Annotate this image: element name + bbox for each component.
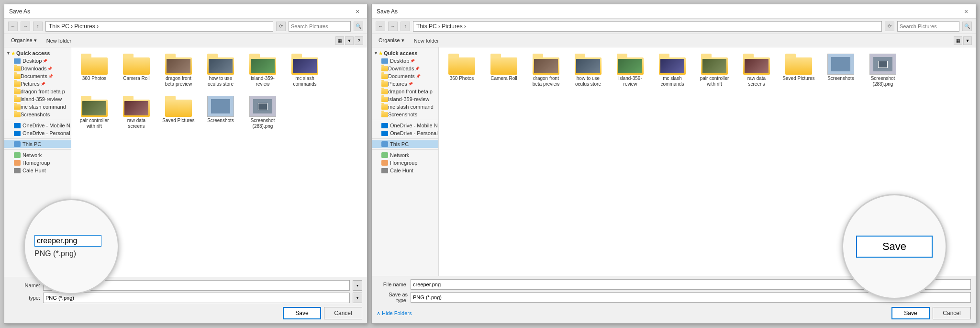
left-sidebar-homegroup[interactable]: Homegroup [4, 159, 71, 167]
left-sidebar-onedrive-mobile[interactable]: OneDrive - Mobile N... [4, 122, 71, 129]
right-sidebar-mc[interactable]: mc slash command [372, 103, 438, 111]
right-back-button[interactable]: ← [376, 22, 385, 31]
left-sidebar-screenshots[interactable]: Screenshots [4, 111, 71, 118]
right-thispc-icon [381, 141, 388, 147]
left-search-button[interactable]: 🔍 [354, 22, 363, 31]
left-file-screenshot283[interactable]: Screenshot (283).png [244, 93, 282, 132]
right-sidebar-pictures[interactable]: Pictures 📌 [372, 80, 438, 88]
left-sidebar-calehunt[interactable]: Cale Hunt [4, 167, 71, 174]
right-up-button[interactable]: ↑ [401, 22, 410, 31]
right-magnify-save-button[interactable]: Save [856, 236, 933, 258]
left-cancel-button[interactable]: Cancel [324, 307, 362, 319]
right-file-screenshot283[interactable]: Screenshot (283).png [864, 51, 902, 90]
right-sidebar-island[interactable]: island-359-review [372, 95, 438, 103]
right-file-savedpictures[interactable]: Saved Pictures [780, 51, 818, 90]
left-file-savedpictures[interactable]: Saved Pictures [159, 93, 198, 132]
left-filetype-input[interactable] [43, 293, 350, 303]
left-new-folder-button[interactable]: New folder [44, 37, 75, 45]
left-quick-access-header[interactable]: ▾ ★ Quick access [4, 49, 71, 57]
right-file-360photos-label: 360 Photos [450, 76, 474, 81]
left-file-dragonfront[interactable]: dragon front beta preview [159, 51, 198, 90]
left-magnify-filename-input[interactable] [34, 235, 101, 247]
right-file-cameraroll[interactable]: Camera Roll [485, 51, 523, 90]
left-up-button[interactable]: ↑ [33, 22, 43, 31]
right-file-island-label: island-359-review [613, 76, 647, 87]
left-sidebar-mc[interactable]: mc slash command [4, 103, 71, 111]
right-new-folder-button[interactable]: New folder [411, 37, 442, 45]
right-sidebar-onedrive-personal[interactable]: OneDrive - Personal [372, 129, 438, 137]
left-sidebar-desktop[interactable]: Desktop 📌 [4, 57, 71, 65]
right-downloads-pin: 📌 [415, 67, 420, 71]
right-refresh-button[interactable]: ⟳ [885, 22, 894, 31]
right-sidebar-dragon[interactable]: dragon front beta p [372, 88, 438, 95]
left-sidebar-pictures[interactable]: Pictures 📌 [4, 80, 71, 88]
right-file-pair[interactable]: pair controller with rift [695, 51, 734, 90]
right-search-input[interactable] [897, 21, 959, 32]
left-search-input[interactable] [289, 21, 351, 32]
left-sidebar-onedrive-personal[interactable]: OneDrive - Personal [4, 129, 71, 137]
right-documents-label: Documents [388, 73, 415, 79]
left-downloads-pin: 📌 [47, 67, 52, 71]
left-magnify-filename-container [34, 235, 101, 247]
left-view-icon-2[interactable]: ▼ [345, 36, 354, 45]
right-file-screenshots[interactable]: Screenshots [822, 51, 860, 90]
left-file-360photos[interactable]: 360 Photos [75, 51, 113, 90]
right-sidebar: ▾ ★ Quick access Desktop 📌 Downloads 📌 D… [372, 47, 439, 276]
left-sidebar-dragon[interactable]: dragon front beta p [4, 88, 71, 95]
right-sidebar-onedrive-mobile[interactable]: OneDrive - Mobile N... [372, 122, 438, 129]
right-network-label: Network [390, 152, 409, 158]
right-sidebar-screenshots[interactable]: Screenshots [372, 111, 438, 118]
right-file-360photos[interactable]: 360 Photos [443, 51, 481, 90]
right-cancel-button[interactable]: Cancel [933, 307, 971, 319]
right-view-icon-1[interactable]: ▦ [954, 36, 962, 45]
right-organise-button[interactable]: Organise ▾ [376, 36, 407, 45]
left-file-island[interactable]: island-359-review [244, 51, 282, 90]
left-help-button[interactable]: ? [355, 36, 363, 45]
right-sidebar-network[interactable]: Network [372, 151, 438, 159]
right-file-island[interactable]: island-359-review [611, 51, 649, 90]
left-file-screenshots[interactable]: Screenshots [201, 93, 240, 132]
left-sidebar-documents[interactable]: Documents 📌 [4, 72, 71, 80]
right-search-button[interactable]: 🔍 [962, 22, 972, 31]
left-downloads-label: Downloads [21, 66, 46, 71]
left-organise-button[interactable]: Organise ▾ [8, 36, 40, 45]
right-onedrive-mobile-label: OneDrive - Mobile N... [390, 123, 438, 128]
left-mc-label: mc slash command [21, 104, 66, 110]
left-close-button[interactable]: × [353, 7, 362, 16]
left-sidebar-thispc[interactable]: This PC [4, 140, 71, 148]
left-forward-button[interactable]: → [21, 22, 30, 31]
right-sidebar-desktop[interactable]: Desktop 📌 [372, 57, 438, 65]
left-file-howtouse[interactable]: how to use oculus store [201, 51, 240, 90]
right-file-rawdata[interactable]: raw data screens [737, 51, 776, 90]
left-file-pair[interactable]: pair controller with rift [75, 93, 113, 132]
left-back-button[interactable]: ← [8, 22, 18, 31]
right-sidebar-documents[interactable]: Documents 📌 [372, 72, 438, 80]
right-file-dragonfront[interactable]: dragon front beta preview [527, 51, 565, 90]
right-sidebar-calehunt[interactable]: Cale Hunt [372, 167, 438, 174]
right-sidebar-homegroup[interactable]: Homegroup [372, 159, 438, 167]
right-view-icon-2[interactable]: ▼ [963, 36, 972, 45]
left-file-cameraroll[interactable]: Camera Roll [117, 51, 156, 90]
left-breadcrumb[interactable]: This PC › Pictures › [45, 21, 273, 32]
right-sidebar-downloads[interactable]: Downloads 📌 [372, 65, 438, 72]
right-quick-access-label: Quick access [384, 50, 417, 56]
right-file-mc[interactable]: mc slash commands [653, 51, 691, 90]
left-file-mc[interactable]: mc slash commands [286, 51, 324, 90]
right-forward-button[interactable]: → [388, 22, 398, 31]
right-hide-folders-link[interactable]: ∧ Hide Folders [377, 310, 412, 317]
left-save-button[interactable]: Save [283, 307, 321, 319]
left-file-rawdata[interactable]: raw data screens [117, 93, 156, 132]
left-sidebar-downloads[interactable]: Downloads 📌 [4, 65, 71, 72]
right-quick-access-header[interactable]: ▾ ★ Quick access [372, 49, 438, 57]
left-filename-dropdown[interactable]: ▾ [353, 280, 362, 291]
left-view-icon-1[interactable]: ▦ [335, 36, 344, 45]
left-sidebar-island[interactable]: island-359-review [4, 95, 71, 103]
right-close-button[interactable]: × [961, 7, 971, 16]
right-file-howtouse[interactable]: how to use oculus store [569, 51, 607, 90]
left-filetype-dropdown[interactable]: ▾ [353, 293, 362, 303]
right-breadcrumb[interactable]: This PC › Pictures › [413, 21, 882, 32]
right-sidebar-thispc[interactable]: This PC [372, 140, 438, 148]
left-sidebar-network[interactable]: Network [4, 151, 71, 159]
right-save-button[interactable]: Save [891, 307, 930, 319]
left-refresh-button[interactable]: ⟳ [276, 22, 286, 31]
